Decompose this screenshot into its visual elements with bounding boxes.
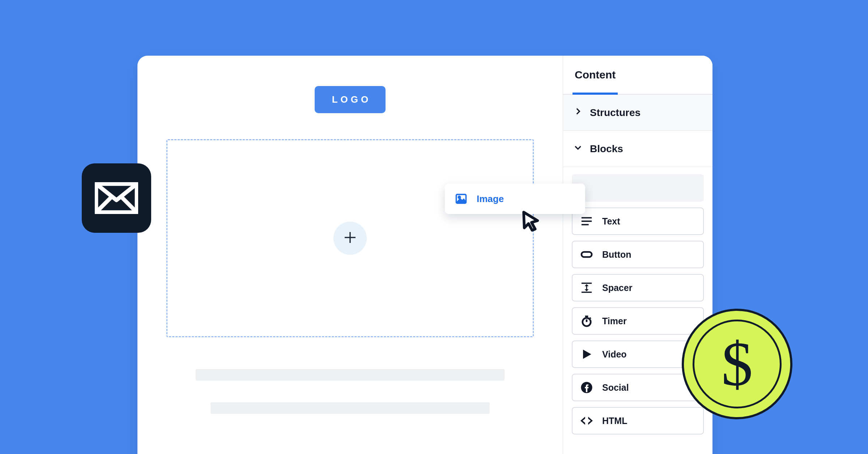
dollar-coin-icon: $ bbox=[682, 309, 792, 419]
block-label: Video bbox=[602, 349, 627, 360]
svg-marker-13 bbox=[583, 350, 591, 359]
block-label: Spacer bbox=[602, 283, 632, 293]
svg-rect-2 bbox=[582, 217, 592, 219]
svg-rect-8 bbox=[582, 292, 592, 293]
svg-line-21 bbox=[122, 197, 137, 212]
svg-marker-7 bbox=[584, 284, 588, 291]
placeholder-line bbox=[210, 402, 490, 414]
block-label: Image bbox=[477, 193, 504, 205]
section-label: Blocks bbox=[590, 143, 623, 155]
panel-tabs: Content bbox=[563, 56, 712, 95]
svg-marker-16 bbox=[588, 417, 593, 425]
block-label: HTML bbox=[602, 416, 627, 426]
block-label: Timer bbox=[602, 316, 627, 326]
section-blocks[interactable]: Blocks bbox=[563, 131, 712, 167]
block-label: Social bbox=[602, 382, 629, 393]
block-button[interactable]: Button bbox=[572, 241, 704, 268]
placeholder-line bbox=[196, 369, 504, 381]
tab-content[interactable]: Content bbox=[575, 56, 616, 94]
cursor-icon bbox=[521, 210, 541, 232]
button-icon bbox=[580, 248, 593, 261]
block-text[interactable]: Text bbox=[572, 207, 704, 235]
svg-marker-15 bbox=[580, 417, 585, 425]
svg-rect-5 bbox=[582, 252, 592, 257]
block-label: Button bbox=[602, 249, 631, 260]
timer-icon bbox=[580, 315, 593, 327]
mail-icon bbox=[82, 163, 151, 233]
chevron-right-icon bbox=[573, 107, 583, 119]
svg-line-12 bbox=[590, 318, 591, 318]
svg-line-20 bbox=[96, 197, 111, 212]
section-structures[interactable]: Structures bbox=[563, 95, 712, 131]
svg-rect-3 bbox=[582, 220, 592, 222]
block-label: Text bbox=[602, 216, 620, 227]
play-icon bbox=[580, 348, 593, 360]
canvas-dropzone[interactable] bbox=[166, 139, 534, 337]
image-icon bbox=[455, 193, 467, 205]
editor-window: LOGO Content Structures bbox=[137, 56, 712, 454]
add-block-button[interactable] bbox=[333, 222, 367, 255]
text-placeholder-lines bbox=[166, 369, 534, 414]
chevron-down-icon bbox=[573, 143, 583, 155]
text-icon bbox=[580, 215, 593, 227]
dollar-sign: $ bbox=[682, 309, 792, 419]
svg-rect-4 bbox=[582, 224, 589, 226]
section-label: Structures bbox=[590, 107, 641, 119]
logo-placeholder[interactable]: LOGO bbox=[315, 86, 386, 113]
facebook-icon bbox=[580, 381, 593, 394]
svg-rect-6 bbox=[582, 283, 592, 284]
plus-icon bbox=[343, 230, 357, 246]
canvas-area: LOGO bbox=[137, 56, 563, 454]
svg-point-9 bbox=[583, 318, 591, 326]
spacer-icon bbox=[580, 282, 593, 294]
dragging-block-image[interactable]: Image bbox=[445, 184, 585, 214]
block-spacer[interactable]: Spacer bbox=[572, 274, 704, 301]
block-image-ghost[interactable] bbox=[572, 174, 704, 202]
code-icon bbox=[580, 415, 593, 427]
